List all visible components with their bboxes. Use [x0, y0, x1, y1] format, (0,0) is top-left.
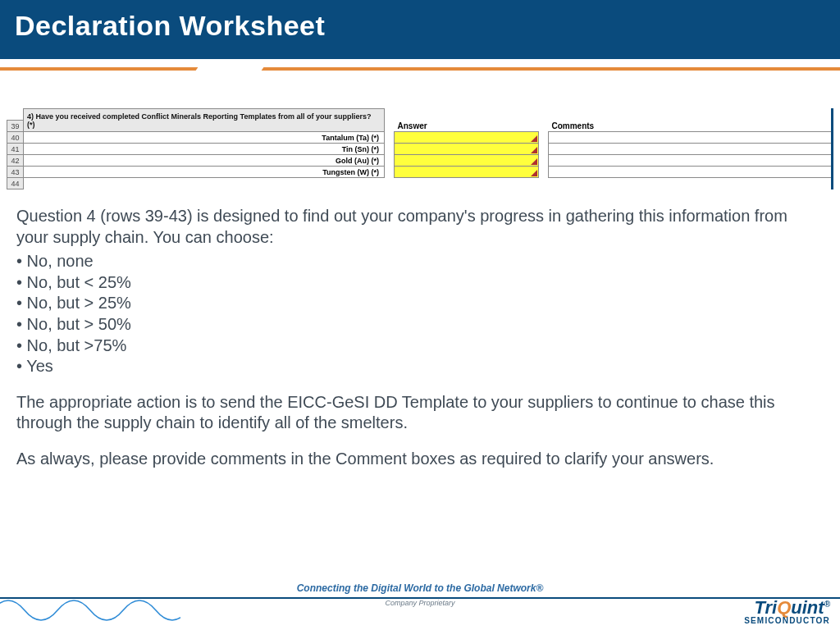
intro-paragraph: Question 4 (rows 39-43) is designed to f…: [16, 206, 819, 248]
accent-stripe: [0, 59, 840, 79]
row-number: 39: [7, 121, 24, 132]
column-header-answer: Answer: [395, 121, 539, 132]
row-number: 43: [7, 167, 24, 178]
answer-cell[interactable]: [395, 144, 539, 155]
row-number: 40: [7, 132, 24, 144]
answer-cell[interactable]: [395, 132, 539, 144]
page-title: Declaration Worksheet: [15, 10, 825, 42]
brand-text: Tri: [754, 597, 777, 618]
row-number: 42: [7, 155, 24, 167]
list-item: No, none: [16, 251, 819, 272]
brand-text: Q: [777, 597, 791, 618]
comment-cell[interactable]: [549, 132, 833, 144]
slide-header: Declaration Worksheet: [0, 0, 840, 59]
slide-footer: Connecting the Digital World to the Glob…: [0, 579, 840, 630]
list-item: No, but < 25%: [16, 272, 819, 294]
comment-cell[interactable]: [549, 144, 833, 155]
question-cell: 4) Have you received completed Conflict …: [24, 109, 385, 132]
metal-label: Gold (Au) (*): [24, 155, 385, 167]
wave-icon: [0, 586, 180, 622]
row-number: 41: [7, 144, 24, 155]
list-item: No, but > 25%: [16, 293, 819, 314]
brand-logo: TriQuint® SEMICONDUCTOR: [744, 599, 830, 625]
metal-label: Tungsten (W) (*): [24, 167, 385, 178]
metal-label: Tantalum (Ta) (*): [24, 132, 385, 144]
list-item: Yes: [16, 356, 819, 377]
action-paragraph: The appropriate action is to send the EI…: [16, 392, 819, 434]
list-item: No, but >75%: [16, 336, 819, 357]
column-header-comments: Comments: [549, 121, 833, 132]
brand-subtext: SEMICONDUCTOR: [744, 617, 830, 625]
list-item: No, but > 50%: [16, 314, 819, 336]
comments-paragraph: As always, please provide comments in th…: [16, 449, 819, 470]
brand-text: uint: [791, 597, 824, 618]
comment-cell[interactable]: [549, 167, 833, 178]
options-list: No, none No, but < 25% No, but > 25% No,…: [16, 251, 819, 377]
body-text: Question 4 (rows 39-43) is designed to f…: [16, 206, 819, 470]
spreadsheet-snippet: 4) Have you received completed Conflict …: [7, 108, 833, 189]
answer-cell[interactable]: [395, 167, 539, 178]
comment-cell[interactable]: [549, 155, 833, 167]
row-number: 44: [7, 178, 24, 189]
metal-label: Tin (Sn) (*): [24, 144, 385, 155]
answer-cell[interactable]: [395, 155, 539, 167]
